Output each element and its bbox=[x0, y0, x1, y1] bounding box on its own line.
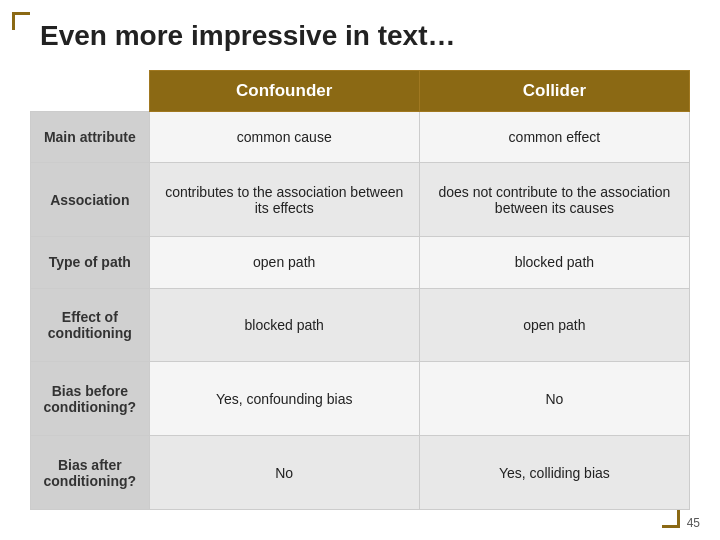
row-collider: open path bbox=[419, 288, 689, 362]
row-label: Bias after conditioning? bbox=[31, 436, 150, 510]
row-confounder: common cause bbox=[149, 112, 419, 163]
row-label: Main attribute bbox=[31, 112, 150, 163]
row-collider: blocked path bbox=[419, 237, 689, 288]
row-confounder: Yes, confounding bias bbox=[149, 362, 419, 436]
row-collider: common effect bbox=[419, 112, 689, 163]
row-label: Type of path bbox=[31, 237, 150, 288]
corner-bracket-bottom-right bbox=[662, 510, 680, 528]
row-confounder: open path bbox=[149, 237, 419, 288]
table-row: Associationcontributes to the associatio… bbox=[31, 163, 690, 237]
row-label: Effect of conditioning bbox=[31, 288, 150, 362]
corner-bracket-top-left bbox=[12, 12, 30, 30]
row-confounder: blocked path bbox=[149, 288, 419, 362]
comparison-table: Confounder Collider Main attributecommon… bbox=[30, 70, 690, 510]
header-collider: Collider bbox=[419, 71, 689, 112]
slide-container: Even more impressive in text… Confounder… bbox=[0, 0, 720, 540]
table-row: Bias before conditioning?Yes, confoundin… bbox=[31, 362, 690, 436]
row-collider: Yes, colliding bias bbox=[419, 436, 689, 510]
row-collider: does not contribute to the association b… bbox=[419, 163, 689, 237]
row-confounder: contributes to the association between i… bbox=[149, 163, 419, 237]
row-confounder: No bbox=[149, 436, 419, 510]
table-row: Bias after conditioning?NoYes, colliding… bbox=[31, 436, 690, 510]
table-row: Main attributecommon causecommon effect bbox=[31, 112, 690, 163]
page-number: 45 bbox=[687, 516, 700, 530]
table-row: Effect of conditioningblocked pathopen p… bbox=[31, 288, 690, 362]
row-collider: No bbox=[419, 362, 689, 436]
row-label: Association bbox=[31, 163, 150, 237]
slide-title: Even more impressive in text… bbox=[30, 20, 690, 52]
row-label: Bias before conditioning? bbox=[31, 362, 150, 436]
header-confounder: Confounder bbox=[149, 71, 419, 112]
table-row: Type of pathopen pathblocked path bbox=[31, 237, 690, 288]
header-empty bbox=[31, 71, 150, 112]
